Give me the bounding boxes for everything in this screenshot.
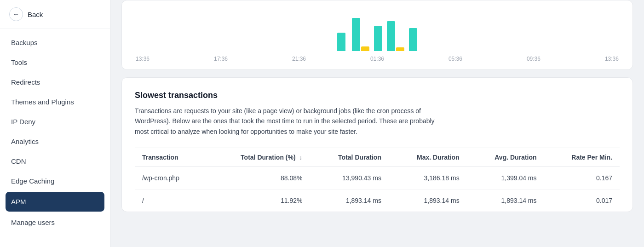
col-header-total-duration-pct[interactable]: Total Duration (%) ↓ <box>206 148 310 167</box>
bar-teal-1 <box>337 33 345 51</box>
col-header-total-duration: Total Duration <box>310 148 389 167</box>
cell-total-pct-1: 11.92% <box>206 190 310 212</box>
sidebar-nav: Backups Tools Redirects Themes and Plugi… <box>0 29 110 247</box>
table-row: / 11.92% 1,893.14 ms 1,893.14 ms 1,893.1… <box>135 190 620 212</box>
bar-group-1 <box>337 33 345 51</box>
sidebar-item-edge-caching[interactable]: Edge Caching <box>0 171 110 191</box>
transactions-table-wrap: Transaction Total Duration (%) ↓ Total D… <box>135 148 620 212</box>
chart-label-6: 13:36 <box>605 56 619 62</box>
cell-total-dur-0: 13,990.43 ms <box>310 167 389 190</box>
transactions-card: Slowest transactions Transactions are re… <box>121 77 633 212</box>
bar-teal-4 <box>387 21 395 51</box>
transactions-desc: Transactions are requests to your site (… <box>135 106 448 137</box>
cell-rate-0: 0.167 <box>544 167 620 190</box>
col-header-transaction: Transaction <box>135 148 206 167</box>
col-header-avg-duration: Avg. Duration <box>467 148 544 167</box>
main-content: 13:36 17:36 21:36 01:36 05:36 09:36 13:3… <box>110 0 644 247</box>
cell-max-dur-0: 3,186.18 ms <box>389 167 467 190</box>
table-row: /wp-cron.php 88.08% 13,990.43 ms 3,186.1… <box>135 167 620 190</box>
bar-group-3 <box>374 26 382 51</box>
cell-total-pct-0: 88.08% <box>206 167 310 190</box>
cell-transaction-0: /wp-cron.php <box>135 167 206 190</box>
bar-teal-2 <box>352 18 360 51</box>
bar-teal-5 <box>409 28 417 51</box>
cell-rate-1: 0.017 <box>544 190 620 212</box>
sidebar-item-ip-deny[interactable]: IP Deny <box>0 112 110 132</box>
col-header-rate-per-min: Rate Per Min. <box>544 148 620 167</box>
col-header-max-duration: Max. Duration <box>389 148 467 167</box>
cell-transaction-1: / <box>135 190 206 212</box>
bar-group-5 <box>409 28 417 51</box>
chart-label-5: 09:36 <box>527 56 540 62</box>
sidebar-item-apm[interactable]: APM <box>6 192 104 212</box>
back-icon: ← <box>9 7 23 21</box>
cell-total-dur-1: 1,893.14 ms <box>310 190 389 212</box>
sidebar-item-cdn[interactable]: CDN <box>0 151 110 171</box>
sidebar-item-analytics[interactable]: Analytics <box>0 132 110 151</box>
sidebar-item-redirects[interactable]: Redirects <box>0 72 110 92</box>
sidebar: ← Back Backups Tools Redirects Themes an… <box>0 0 110 247</box>
chart-label-0: 13:36 <box>136 56 150 62</box>
transactions-title: Slowest transactions <box>135 91 620 100</box>
chart-card: 13:36 17:36 21:36 01:36 05:36 09:36 13:3… <box>121 0 633 70</box>
sidebar-item-backups[interactable]: Backups <box>0 33 110 52</box>
back-label: Back <box>28 11 43 18</box>
chart-label-1: 17:36 <box>214 56 228 62</box>
transactions-table: Transaction Total Duration (%) ↓ Total D… <box>135 148 620 212</box>
sidebar-item-manage-users[interactable]: Manage users <box>0 213 110 232</box>
cell-avg-dur-1: 1,893.14 ms <box>467 190 544 212</box>
bar-teal-3 <box>374 26 382 51</box>
sidebar-item-themes-plugins[interactable]: Themes and Plugins <box>0 92 110 112</box>
chart-label-4: 05:36 <box>448 56 462 62</box>
chart-area <box>135 10 620 51</box>
chart-labels: 13:36 17:36 21:36 01:36 05:36 09:36 13:3… <box>135 56 620 62</box>
bar-group-4 <box>387 21 404 51</box>
chart-label-3: 01:36 <box>370 56 384 62</box>
cell-avg-dur-0: 1,399.04 ms <box>467 167 544 190</box>
back-button[interactable]: ← Back <box>0 0 110 29</box>
sidebar-item-tools[interactable]: Tools <box>0 52 110 72</box>
sort-icon-total-duration-pct: ↓ <box>299 154 303 161</box>
bar-yellow-2 <box>361 46 369 51</box>
cell-max-dur-1: 1,893.14 ms <box>389 190 467 212</box>
bar-group-2 <box>352 18 369 51</box>
bar-yellow-4 <box>396 47 404 51</box>
chart-label-2: 21:36 <box>292 56 306 62</box>
table-header-row: Transaction Total Duration (%) ↓ Total D… <box>135 148 620 167</box>
